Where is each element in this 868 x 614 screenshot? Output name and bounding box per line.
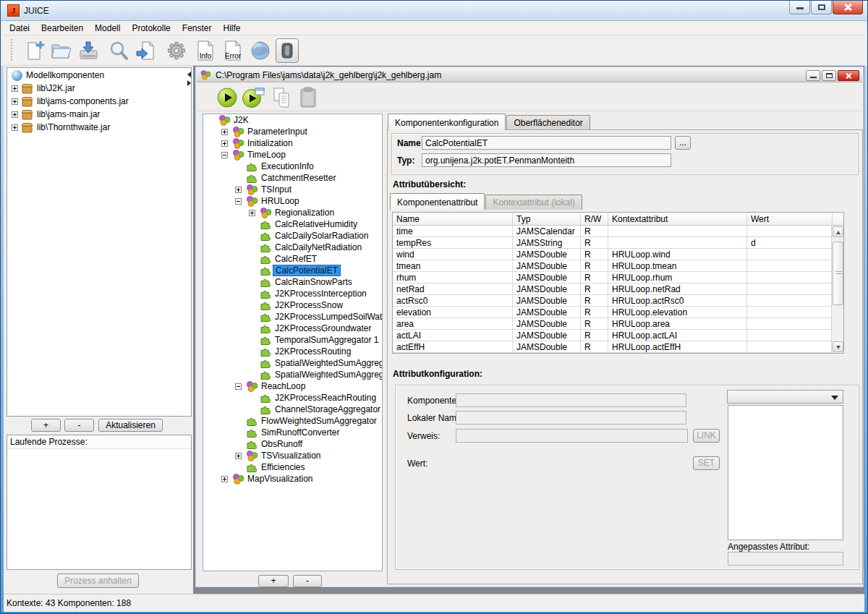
model-tree-item[interactable]: J2KProcessRouting [203,346,382,357]
table-cell[interactable] [747,307,833,318]
settings-button[interactable] [164,39,189,62]
table-cell[interactable]: R [581,318,608,330]
browser-button[interactable] [248,39,273,62]
model-tree-item[interactable]: Efficiencies [203,461,382,473]
table-cell[interactable] [747,295,833,307]
table-row[interactable]: timeJAMSCalendarR [393,226,843,237]
expand-icon[interactable] [12,124,18,131]
model-tree-item[interactable]: J2KProcessReachRouting [203,392,382,404]
table-cell[interactable] [747,283,833,295]
table-cell[interactable]: JAMSString [513,237,581,249]
table-cell[interactable]: R [581,307,608,318]
menu-datei[interactable]: Datei [4,22,35,35]
expand-icon[interactable] [235,187,242,193]
tree-remove-button[interactable]: - [293,575,322,587]
copy-component-button[interactable] [271,86,294,109]
expand-icon[interactable] [249,210,255,216]
component-add-button[interactable]: + [31,419,61,432]
table-cell[interactable] [747,272,833,283]
search-button[interactable] [106,39,131,62]
table-row[interactable]: tmeanJAMSDoubleRHRULoop.tmean [393,260,843,272]
table-cell[interactable]: JAMSDouble [513,283,581,295]
model-tree-item[interactable]: SpatialWeightedSumAggregator 2 [203,369,382,380]
table-cell[interactable]: HRULoop.actLAI [608,330,747,341]
table-cell[interactable]: HRULoop.wind [608,249,747,260]
model-tree-item[interactable]: TimeLoop [203,149,382,161]
table-cell[interactable] [608,237,747,249]
run-model-gui-button[interactable] [242,86,265,109]
lokaler-name-field[interactable] [456,411,686,425]
table-cell[interactable]: tempRes [393,237,513,249]
maximize-button[interactable] [811,1,832,14]
model-tree-item[interactable]: CalcDailyNetRadiation [203,242,382,253]
paste-component-button[interactable] [297,86,320,109]
expand-icon[interactable] [12,98,18,105]
model-tree-item[interactable]: ObsRunoff [203,438,382,450]
table-cell[interactable]: actLAI [393,330,513,341]
column-header[interactable]: Wert [747,213,833,225]
table-cell[interactable]: R [581,249,608,260]
jar-item[interactable]: lib\jams-main.jar [7,108,191,120]
run-model-button[interactable] [216,86,239,109]
new-model-button[interactable] [22,39,47,62]
splitpane-collapse-left-icon[interactable] [187,72,191,77]
table-cell[interactable]: elevation [393,307,513,318]
table-cell[interactable]: R [581,283,608,295]
expand-icon[interactable] [12,111,18,118]
attribute-listbox[interactable] [728,405,843,540]
table-cell[interactable]: actRsc0 [393,295,513,307]
model-tree-item[interactable]: J2KProcessLumpedSoilWater [203,311,382,323]
expand-icon[interactable] [221,129,228,135]
table-cell[interactable]: R [581,295,608,307]
collapse-icon[interactable] [235,198,242,205]
verweis-field[interactable] [456,429,688,443]
link-button[interactable]: LINK [693,429,720,443]
error-log-button[interactable]: Error [221,39,245,62]
table-cell[interactable]: HRULoop.elevation [608,307,747,318]
model-tree-item[interactable]: TemporalSumAggregator 1 [203,334,382,346]
table-cell[interactable]: wind [393,249,513,260]
expand-icon[interactable] [221,140,228,147]
tab-oberflaecheneditor[interactable]: Oberflächeneditor [506,115,590,130]
komponente-field[interactable] [456,393,686,407]
table-cell[interactable]: JAMSDouble [513,295,581,307]
collapse-icon[interactable] [221,152,228,158]
model-restore-button[interactable] [822,70,836,81]
table-cell[interactable] [747,341,833,353]
table-cell[interactable] [747,226,833,237]
open-model-button[interactable] [48,39,73,62]
table-row[interactable]: actEffHJAMSDoubleRHRULoop.actEffH [393,341,843,353]
info-log-button[interactable]: Info [193,39,218,62]
menu-modell[interactable]: Modell [89,22,126,35]
tab-komponentenkonfiguration[interactable]: Komponentenkonfiguration [388,114,506,130]
model-tree-item[interactable]: CatchmentResetter [203,172,382,184]
menu-protokolle[interactable]: Protokolle [126,22,176,35]
table-cell[interactable]: rhum [393,272,513,283]
table-cell[interactable] [747,330,833,341]
model-tree-item[interactable]: CalcRainSnowParts [203,276,382,288]
model-tree-item[interactable]: SimRunoffConverter [203,427,382,438]
name-browse-button[interactable]: ... [675,136,691,150]
table-cell[interactable]: HRULoop.netRad [608,283,747,295]
model-tree-item[interactable]: J2KProcessInterception [203,288,382,299]
model-tree-item[interactable]: MapVisualization [203,473,382,485]
model-tree-item[interactable]: Initialization [203,137,382,149]
minimize-button[interactable] [789,1,810,14]
table-row[interactable]: rhumJAMSDoubleRHRULoop.rhum [393,272,843,283]
table-row[interactable]: actRsc0JAMSDoubleRHRULoop.actRsc0 [393,295,843,307]
model-tree-item[interactable]: FlowWeightedSumAggregator [203,415,382,427]
attribute-dropdown[interactable] [727,390,843,404]
table-cell[interactable]: JAMSCalendar [513,226,581,237]
model-tree-item[interactable]: ReachLoop [203,380,382,392]
table-cell[interactable]: tmean [393,260,513,272]
menu-fenster[interactable]: Fenster [176,22,218,35]
table-cell[interactable]: JAMSDouble [513,260,581,272]
scroll-up-icon[interactable] [833,226,843,237]
model-tree-item[interactable]: ParameterInput [203,126,382,137]
table-cell[interactable]: actEffH [393,341,513,353]
table-cell[interactable]: HRULoop.actRsc0 [608,295,747,307]
table-cell[interactable]: R [581,330,608,341]
tab-komponentenattribut[interactable]: Komponentenattribut [390,193,485,210]
jar-item[interactable]: lib\J2K.jar [7,82,191,94]
model-window-titlebar[interactable]: C:\Program Files\jams\data\j2k_gehlberg\… [197,68,862,82]
